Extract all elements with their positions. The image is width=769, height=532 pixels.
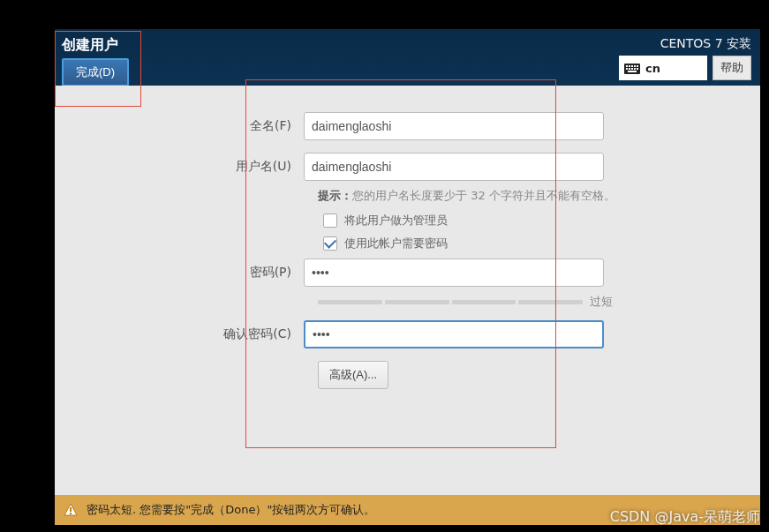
tip-text: 您的用户名长度要少于 32 个字符并且不能有空格。	[352, 189, 615, 202]
strength-seg	[452, 300, 516, 304]
username-input[interactable]	[304, 153, 604, 181]
password-label: 密码(P)	[55, 265, 304, 281]
keyboard-icon	[624, 63, 640, 73]
fullname-label: 全名(F)	[55, 118, 304, 134]
svg-rect-10	[637, 68, 638, 70]
help-button[interactable]: 帮助	[712, 56, 751, 80]
strength-seg	[518, 300, 583, 304]
advanced-button[interactable]: 高级(A)...	[318, 361, 388, 389]
create-user-form: 全名(F) 用户名(U) 提示：您的用户名长度要少于 32 个字符并且不能有空格…	[55, 112, 760, 389]
warning-bar: 密码太短. 您需要按"完成（Done）"按钮两次方可确认。	[55, 495, 760, 525]
svg-rect-3	[631, 65, 633, 67]
svg-rect-4	[634, 65, 636, 67]
svg-rect-8	[631, 68, 633, 70]
done-button[interactable]: 完成(D)	[62, 58, 129, 86]
installer-window: 创建用户 完成(D) CENTOS 7 安装 cn 帮助	[55, 29, 760, 525]
password-input[interactable]	[304, 259, 604, 287]
warning-icon	[64, 503, 78, 517]
done-button-label: 完成(D)	[76, 65, 115, 79]
svg-rect-7	[629, 68, 630, 70]
svg-rect-9	[634, 68, 636, 70]
confirm-password-input[interactable]	[304, 320, 604, 348]
admin-checkbox[interactable]	[323, 214, 337, 228]
keyboard-layout-code: cn	[645, 62, 660, 75]
keyboard-layout-indicator[interactable]: cn	[619, 56, 707, 80]
username-tip: 提示：您的用户名长度要少于 32 个字符并且不能有空格。	[318, 188, 760, 204]
content-area: 全名(F) 用户名(U) 提示：您的用户名长度要少于 32 个字符并且不能有空格…	[55, 86, 760, 491]
fullname-input[interactable]	[304, 112, 604, 140]
username-label: 用户名(U)	[55, 159, 304, 175]
password-strength: 过短	[318, 294, 760, 310]
strength-label: 过短	[590, 294, 613, 310]
strength-bar	[318, 300, 583, 304]
warning-text: 密码太短. 您需要按"完成（Done）"按钮两次方可确认。	[87, 502, 375, 518]
require-password-checkbox[interactable]	[323, 236, 337, 251]
strength-seg	[318, 300, 382, 304]
help-button-label: 帮助	[720, 61, 743, 74]
svg-rect-11	[628, 71, 637, 72]
advanced-button-label: 高级(A)...	[329, 368, 377, 381]
install-title: CENTOS 7 安装	[619, 36, 751, 52]
tip-prefix: 提示：	[318, 189, 352, 202]
require-password-label: 使用此帐户需要密码	[344, 236, 448, 251]
admin-checkbox-label: 将此用户做为管理员	[344, 213, 448, 229]
confirm-password-label: 确认密码(C)	[55, 326, 304, 342]
svg-rect-1	[626, 65, 628, 67]
svg-rect-14	[70, 513, 72, 514]
svg-rect-13	[70, 507, 72, 512]
svg-rect-6	[626, 68, 628, 70]
header-right: CENTOS 7 安装 cn 帮助	[619, 36, 751, 80]
header-bar: 创建用户 完成(D) CENTOS 7 安装 cn 帮助	[55, 29, 760, 86]
svg-rect-2	[629, 65, 630, 67]
svg-rect-5	[637, 65, 638, 67]
strength-seg	[385, 300, 449, 304]
